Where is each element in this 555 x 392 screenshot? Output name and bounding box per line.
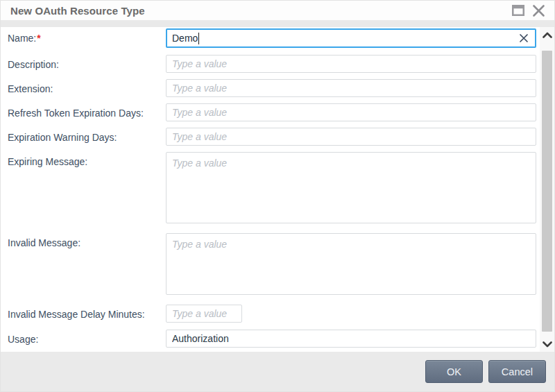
dialog-titlebar: New OAuth Resource Type [1, 1, 554, 20]
form-row-name: Name:* Demo [8, 28, 536, 48]
cancel-button[interactable]: Cancel [488, 360, 546, 383]
close-icon [532, 4, 545, 17]
scroll-down-button[interactable] [540, 336, 554, 352]
close-button[interactable] [531, 3, 546, 18]
form-row-invalid-message: Invalid Message: [8, 233, 536, 295]
oauth-resource-form: Name:* Demo Description: [1, 27, 536, 352]
form-row-description: Description: [8, 55, 536, 73]
titlebar-divider-strip [1, 20, 554, 27]
name-input-value: Demo [172, 33, 198, 44]
expiration-warning-days-label: Expiration Warning Days: [8, 128, 166, 144]
required-asterisk: * [37, 33, 40, 44]
ok-button[interactable]: OK [425, 360, 483, 383]
expiration-warning-days-input[interactable] [166, 128, 536, 146]
maximize-button[interactable] [511, 3, 526, 18]
usage-label: Usage: [8, 330, 166, 346]
chevron-down-icon [543, 341, 552, 348]
invalid-message-delay-minutes-input[interactable] [166, 305, 242, 323]
text-caret [198, 33, 199, 44]
form-row-invalid-message-delay-minutes: Invalid Message Delay Minutes: [8, 305, 536, 323]
form-row-expiration-warning-days: Expiration Warning Days: [8, 128, 536, 146]
form-row-refresh-token-expiration-days: Refresh Token Expiration Days: [8, 103, 536, 121]
invalid-message-delay-minutes-label: Invalid Message Delay Minutes: [8, 305, 166, 321]
dialog-title: New OAuth Resource Type [10, 5, 506, 17]
form-row-expiring-message: Expiring Message: [8, 152, 536, 223]
form-row-usage: Usage: [8, 330, 536, 348]
extension-label: Extension: [8, 79, 166, 95]
refresh-token-expiration-days-input[interactable] [166, 103, 536, 121]
refresh-token-expiration-days-label: Refresh Token Expiration Days: [8, 103, 166, 119]
name-label: Name:* [8, 28, 166, 44]
invalid-message-label: Invalid Message: [8, 233, 166, 249]
scrollbar-thumb[interactable] [542, 51, 552, 332]
name-input[interactable]: Demo [166, 28, 536, 48]
extension-input[interactable] [166, 79, 536, 97]
new-oauth-resource-type-dialog: { "window": { "title": "New OAuth Resour… [0, 0, 555, 392]
vertical-scrollbar [540, 27, 554, 352]
maximize-icon [512, 5, 524, 16]
chevron-up-icon [543, 32, 552, 38]
clear-input-button[interactable] [518, 32, 530, 44]
scrollbar-track[interactable] [540, 42, 554, 336]
dialog-body: Name:* Demo Description: [1, 27, 554, 352]
clear-x-icon [519, 33, 529, 43]
expiring-message-textarea[interactable] [166, 152, 536, 223]
scroll-up-button[interactable] [540, 27, 554, 42]
dialog-footer: OK Cancel [1, 352, 554, 391]
invalid-message-textarea[interactable] [166, 233, 536, 295]
form-row-extension: Extension: [8, 79, 536, 97]
expiring-message-label: Expiring Message: [8, 152, 166, 168]
usage-input[interactable] [166, 330, 536, 348]
description-label: Description: [8, 55, 166, 71]
description-input[interactable] [166, 55, 536, 73]
